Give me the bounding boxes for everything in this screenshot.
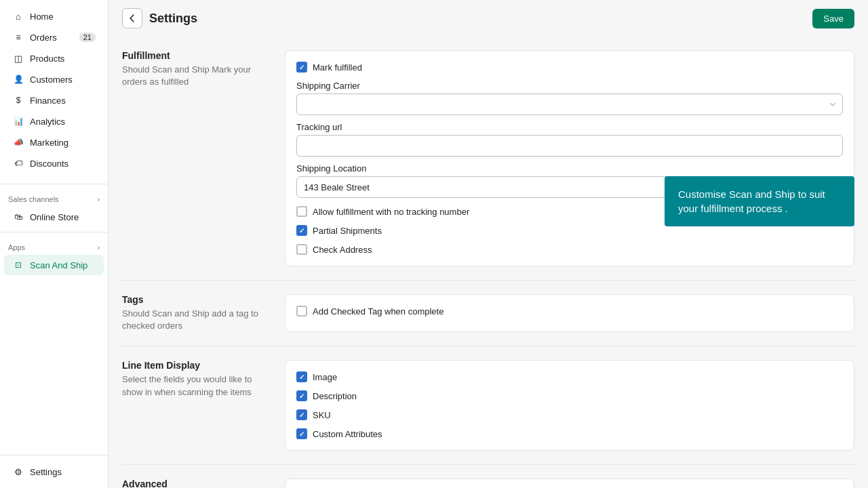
shipping-carrier-wrapper xyxy=(296,94,843,115)
page-title: Settings xyxy=(149,12,197,26)
sidebar-item-label: Analytics xyxy=(30,117,65,127)
shipping-location-label: Shipping Location xyxy=(296,163,843,174)
image-label: Image xyxy=(313,372,337,382)
sidebar-item-label: Customers xyxy=(30,75,73,85)
tags-description: Tags Should Scan and Ship add a tag to c… xyxy=(122,294,271,332)
add-checked-tag-label: Add Checked Tag when complete xyxy=(313,306,443,317)
tags-title: Tags xyxy=(122,294,271,305)
sidebar-item-label: Discounts xyxy=(30,159,68,169)
sku-checkbox[interactable] xyxy=(296,409,307,420)
partial-shipments-label: Partial Shipments xyxy=(313,226,382,236)
add-checked-tag-checkbox[interactable] xyxy=(296,306,307,317)
fulfillment-subtitle: Should Scan and Ship Mark your orders as… xyxy=(122,64,271,88)
line-item-display-section: Line Item Display Select the fields you … xyxy=(122,346,854,465)
partial-shipments-checkbox[interactable] xyxy=(296,225,307,236)
sidebar-bottom: ⚙ Settings xyxy=(0,455,108,488)
shipping-carrier-label: Shipping Carrier xyxy=(296,81,843,91)
sidebar-item-products[interactable]: ◫ Products xyxy=(4,48,104,68)
custom-attributes-label: Custom Attributes xyxy=(313,429,382,439)
tags-subtitle: Should Scan and Ship add a tag to checke… xyxy=(122,308,271,332)
sidebar-item-label: Home xyxy=(30,12,54,22)
sku-row: SKU xyxy=(296,409,843,420)
marketing-icon: 📣 xyxy=(12,136,24,148)
analytics-icon: 📊 xyxy=(12,115,24,127)
sidebar-item-orders[interactable]: ≡ Orders 21 xyxy=(4,27,104,47)
sidebar-item-label: Scan And Ship xyxy=(30,260,87,270)
save-button[interactable]: Save xyxy=(812,9,854,28)
mark-fulfilled-checkbox[interactable] xyxy=(296,62,307,73)
sidebar: Home ≡ Orders 21 ◫ Products 👤 Customers … xyxy=(0,0,108,488)
line-item-description: Line Item Display Select the fields you … xyxy=(122,360,271,451)
sidebar-item-online-store[interactable]: 🛍 Online Store xyxy=(4,207,104,227)
tags-section: Tags Should Scan and Ship add a tag to c… xyxy=(122,281,854,346)
sidebar-item-label: Online Store xyxy=(30,212,79,222)
scanship-icon: ⊡ xyxy=(12,259,24,271)
sidebar-divider-2 xyxy=(0,232,108,232)
sidebar-item-settings[interactable]: ⚙ Settings xyxy=(4,462,104,482)
mark-fulfilled-label: Mark fulfilled xyxy=(313,62,362,73)
line-item-card: Image Description SKU Custom Attributes xyxy=(285,360,854,451)
allow-fulfillment-label: Allow fulfillment with no tracking numbe… xyxy=(313,207,469,217)
tracking-url-input[interactable] xyxy=(296,135,843,157)
advanced-title: Advanced xyxy=(122,479,271,488)
line-item-title: Line Item Display xyxy=(122,360,271,371)
page-header: Settings Save xyxy=(108,0,868,37)
orders-badge: 21 xyxy=(79,33,96,42)
chevron-right-icon-2: › xyxy=(98,244,100,251)
products-icon: ◫ xyxy=(12,52,24,64)
sales-channels-section: Sales channels › xyxy=(0,188,108,206)
image-checkbox[interactable] xyxy=(296,371,307,382)
description-label: Description xyxy=(313,391,357,401)
main-content: Settings Save Fulfillment Should Scan an… xyxy=(108,0,868,488)
customers-icon: 👤 xyxy=(12,73,24,85)
advanced-section: Advanced Play sounds Hide Complete Line … xyxy=(122,465,854,488)
check-address-label: Check Address xyxy=(313,245,372,255)
orders-icon: ≡ xyxy=(12,31,24,43)
fulfillment-description: Fulfillment Should Scan and Ship Mark yo… xyxy=(122,50,271,266)
discounts-icon: 🏷 xyxy=(12,157,24,169)
store-icon: 🛍 xyxy=(12,211,24,223)
sidebar-item-label: Products xyxy=(30,54,64,64)
sidebar-item-finances[interactable]: $ Finances xyxy=(4,90,104,110)
shipping-carrier-select[interactable] xyxy=(296,94,843,115)
fulfillment-section: Fulfillment Should Scan and Ship Mark yo… xyxy=(122,37,854,281)
sidebar-divider-1 xyxy=(0,184,108,184)
sku-label: SKU xyxy=(313,410,331,420)
line-item-subtitle: Select the fields you would like to show… xyxy=(122,373,271,398)
sidebar-item-home[interactable]: Home xyxy=(4,6,104,26)
advanced-description: Advanced xyxy=(122,479,271,488)
sidebar-item-scan-and-ship[interactable]: ⊡ Scan And Ship xyxy=(4,255,104,275)
image-row: Image xyxy=(296,371,843,382)
tooltip-text: Customise Scan and Ship to suit your ful… xyxy=(678,188,825,214)
settings-content: Fulfillment Should Scan and Ship Mark yo… xyxy=(108,37,868,488)
sidebar-item-label: Finances xyxy=(30,96,66,106)
custom-attributes-checkbox[interactable] xyxy=(296,428,307,439)
custom-attributes-row: Custom Attributes xyxy=(296,428,843,439)
sidebar-item-discounts[interactable]: 🏷 Discounts xyxy=(4,153,104,174)
tooltip-box: Customise Scan and Ship to suit your ful… xyxy=(665,176,854,226)
settings-icon: ⚙ xyxy=(12,466,24,478)
description-checkbox[interactable] xyxy=(296,390,307,401)
sidebar-item-customers[interactable]: 👤 Customers xyxy=(4,69,104,89)
fulfillment-card: Mark fulfilled Shipping Carrier Tracking… xyxy=(285,50,854,266)
chevron-right-icon: › xyxy=(98,196,100,203)
mark-fulfilled-row: Mark fulfilled xyxy=(296,62,843,73)
sidebar-item-marketing[interactable]: 📣 Marketing xyxy=(4,132,104,152)
tracking-url-label: Tracking url xyxy=(296,122,843,132)
partial-shipments-row: Partial Shipments xyxy=(296,225,843,236)
home-icon xyxy=(12,10,24,22)
check-address-checkbox[interactable] xyxy=(296,244,307,255)
description-row: Description xyxy=(296,390,843,401)
apps-section: Apps › xyxy=(0,237,108,254)
tags-card: Add Checked Tag when complete xyxy=(285,294,854,332)
fulfillment-title: Fulfillment xyxy=(122,50,271,61)
back-button[interactable] xyxy=(122,8,142,28)
check-address-row: Check Address xyxy=(296,244,843,255)
allow-fulfillment-checkbox[interactable] xyxy=(296,206,307,217)
sidebar-item-label: Settings xyxy=(30,467,62,477)
sidebar-item-label: Orders xyxy=(30,33,57,43)
sidebar-item-analytics[interactable]: 📊 Analytics xyxy=(4,111,104,131)
add-checked-tag-row: Add Checked Tag when complete xyxy=(296,306,843,317)
advanced-card: Play sounds Hide Complete Line Items Sav… xyxy=(285,479,854,488)
header-left: Settings xyxy=(122,8,197,28)
